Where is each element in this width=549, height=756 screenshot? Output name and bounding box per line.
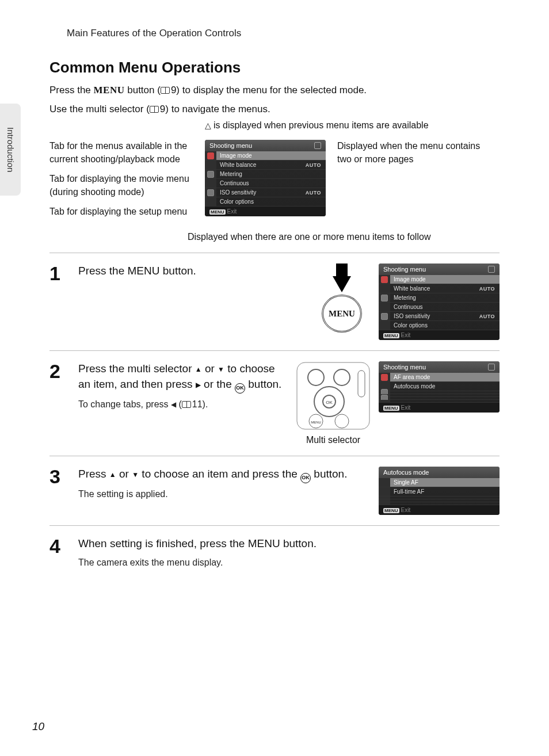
menu-button-label: MENU xyxy=(94,85,125,96)
annotation-tab-shooting: Tab for the menus available in the curre… xyxy=(49,140,193,166)
step-3-title: Press ▲ or ▼ to choose an item and press… xyxy=(78,467,369,483)
multi-selector-icon: OK MENU xyxy=(296,361,371,430)
camera-menu-step2: Shooting menu AF area mode Autofocus mod… xyxy=(379,361,500,413)
step-number: 4 xyxy=(49,536,69,568)
movie-tab-icon xyxy=(207,171,214,178)
step-2-title: Press the multi selector ▲ or ▼ to choos… xyxy=(78,361,287,394)
ok-button-icon: OK xyxy=(235,383,245,394)
svg-point-2 xyxy=(334,369,350,385)
camera-menu-step3: Autofocus mode Single AF Full-time AF ME… xyxy=(379,467,500,515)
svg-rect-3 xyxy=(358,371,365,397)
book-icon xyxy=(161,87,170,94)
step-3: 3 Press ▲ or ▼ to choose an item and pre… xyxy=(49,467,500,515)
multi-selector-label: Multi selector xyxy=(296,435,371,445)
menu-row: Metering xyxy=(205,170,326,179)
menu-button-ring: MENU xyxy=(322,295,362,333)
pages-icon xyxy=(314,142,321,149)
step-number: 1 xyxy=(49,264,69,340)
left-triangle-icon: ◀ xyxy=(171,400,176,408)
breadcrumb: Main Features of the Operation Controls xyxy=(67,28,517,39)
up-triangle-icon: ▲ xyxy=(195,365,202,375)
intro-line-1: Press the MENU button (9) to display the… xyxy=(49,82,517,98)
svg-point-1 xyxy=(308,369,324,385)
step-4-title: When setting is finished, press the MENU… xyxy=(78,536,500,552)
menu-title: Shooting menu xyxy=(209,142,252,149)
step-4: 4 When setting is finished, press the ME… xyxy=(49,536,500,568)
book-icon xyxy=(150,106,159,113)
step-2-sub: To change tabs, press ◀ (11). xyxy=(78,399,287,410)
page-number: 10 xyxy=(32,720,44,733)
svg-text:MENU: MENU xyxy=(311,421,321,424)
multi-selector-graphic: OK MENU Multi selector xyxy=(296,361,371,445)
menu-row: ISO sensitivityAUTO xyxy=(205,188,326,197)
menu-row: White balanceAUTO xyxy=(205,161,326,170)
step-2: 2 Press the multi selector ▲ or ▼ to cho… xyxy=(49,361,500,445)
pages-icon xyxy=(488,266,495,273)
side-tab-label: Introduction xyxy=(6,127,16,172)
section-title: Common Menu Operations xyxy=(49,59,517,77)
intro-line-2: Use the multi selector (9) to navigate t… xyxy=(49,101,517,117)
down-triangle-icon: ▼ xyxy=(218,365,224,375)
divider xyxy=(49,253,500,253)
camera-tab-icon xyxy=(207,152,214,159)
arrow-down-icon xyxy=(333,276,351,292)
menu-row: Continuous xyxy=(205,179,326,188)
step-number: 3 xyxy=(49,467,69,515)
right-triangle-icon: ▶ xyxy=(196,380,201,390)
book-icon xyxy=(182,401,191,408)
press-menu-graphic: MENU xyxy=(313,264,371,333)
annotation-tab-movie: Tab for displaying the movie menu (durin… xyxy=(49,173,193,198)
annotation-pages: Displayed when the menu contains two or … xyxy=(337,140,481,166)
svg-text:OK: OK xyxy=(326,400,333,405)
ok-button-icon: OK xyxy=(300,473,311,483)
pages-icon xyxy=(488,364,495,371)
step-1-title: Press the MENU button. xyxy=(78,264,304,279)
step-1: 1 Press the MENU button. MENU Shooting m… xyxy=(49,264,500,340)
menu-row: Color options xyxy=(205,197,326,207)
divider xyxy=(49,525,500,526)
divider xyxy=(49,456,500,456)
camera-menu-diagram: Shooting menu Image mode White balanceAU… xyxy=(205,140,326,216)
menu-row: Image mode xyxy=(205,151,326,161)
step-number: 2 xyxy=(49,361,69,445)
up-triangle-icon: ▲ xyxy=(109,470,116,480)
setup-tab-icon xyxy=(207,189,214,196)
annotation-top: is displayed when previous menu items ar… xyxy=(205,120,517,131)
step-4-sub: The camera exits the menu display. xyxy=(78,558,500,568)
step-3-sub: The setting is applied. xyxy=(78,489,369,499)
annotation-tab-setup: Tab for displaying the setup menu xyxy=(49,205,193,218)
side-tab-introduction: Introduction xyxy=(0,104,21,196)
camera-menu-step1: Shooting menu Image mode White balanceAU… xyxy=(379,264,500,340)
annotation-bottom: Displayed when there are one or more men… xyxy=(188,232,517,242)
svg-point-9 xyxy=(335,414,349,428)
down-triangle-icon: ▼ xyxy=(132,470,139,480)
divider xyxy=(49,350,500,351)
menu-exit-row: MENUExit xyxy=(205,207,326,216)
